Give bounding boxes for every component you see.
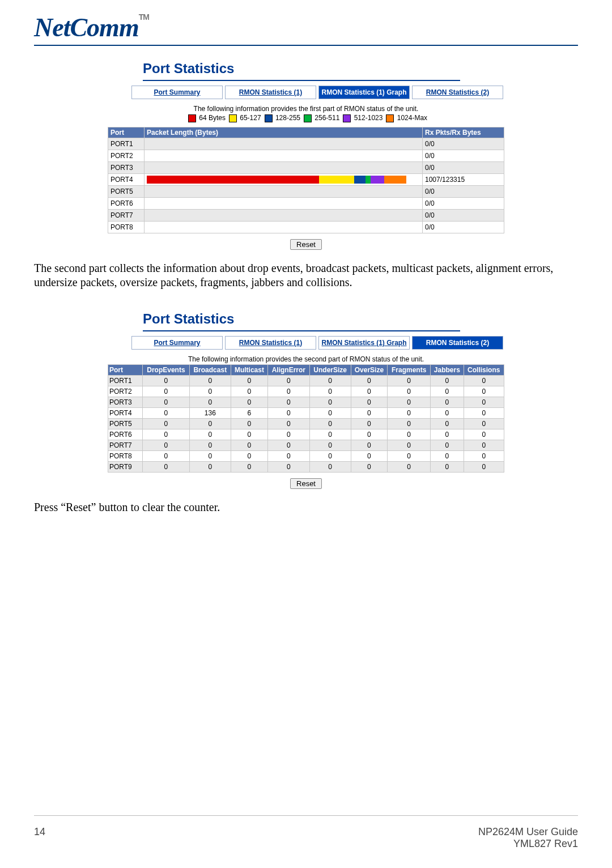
legend-label: 64 Bytes [197, 114, 226, 122]
cell-value: 0 [189, 440, 231, 450]
cell-port: PORT2 [108, 386, 143, 397]
legend-label: 1024-Max [395, 114, 427, 122]
tab-3[interactable]: RMON Statistics (1) Graph [318, 336, 410, 350]
cell-value: 0 [268, 397, 310, 407]
cell-value: 0 [189, 450, 231, 461]
cell-value: 6 [231, 407, 267, 418]
tabs-bar: Port SummaryRMON Statistics (1)RMON Stat… [130, 86, 504, 99]
th-packet-length: Packet Length (Bytes) [144, 127, 423, 138]
tab-1[interactable]: Port Summary [131, 86, 223, 99]
cell-rx: 0/0 [423, 197, 504, 209]
tabs-bar: Port SummaryRMON Statistics (1)RMON Stat… [130, 336, 504, 350]
cell-port: PORT6 [108, 197, 144, 209]
cell-value: 0 [309, 418, 351, 429]
cell-value: 0 [309, 461, 351, 472]
table-row: PORT50/0 [108, 185, 504, 197]
footer-divider [34, 815, 578, 816]
cell-value: 0 [268, 461, 310, 472]
table-row: PORT5000000000 [108, 418, 504, 429]
cell-value: 0 [464, 450, 504, 461]
cell-port: PORT3 [108, 397, 143, 407]
title-divider [143, 80, 460, 81]
cell-value: 0 [464, 418, 504, 429]
cell-value: 0 [309, 429, 351, 440]
cell-port: PORT1 [108, 375, 143, 386]
tab-4[interactable]: RMON Statistics (2) [412, 336, 503, 350]
cell-value: 0 [464, 375, 504, 386]
cell-value: 0 [143, 418, 190, 429]
reset-button[interactable]: Reset [290, 239, 322, 250]
th-port: Port [108, 127, 144, 138]
table-row: PORT9000000000 [108, 461, 504, 472]
cell-rx: 1007/123315 [423, 173, 504, 185]
cell-value: 0 [388, 450, 431, 461]
cell-value: 0 [388, 375, 431, 386]
header-divider [34, 45, 578, 46]
table-row: PORT401366000000 [108, 407, 504, 418]
tab-2[interactable]: RMON Statistics (1) [225, 336, 316, 350]
bar-segment [147, 176, 319, 184]
cell-value: 0 [388, 386, 431, 397]
doc-title: NP2624M User Guide [478, 826, 578, 838]
cell-value: 0 [431, 386, 464, 397]
tab-3[interactable]: RMON Statistics (1) Graph [318, 86, 410, 99]
th-alignerror: AlignError [268, 364, 310, 375]
tab-4[interactable]: RMON Statistics (2) [412, 86, 503, 99]
cell-value: 0 [351, 440, 388, 450]
cell-bar [144, 197, 423, 209]
tab-1[interactable]: Port Summary [131, 336, 223, 350]
cell-port: PORT2 [108, 150, 144, 161]
table-row: PORT80/0 [108, 221, 504, 233]
table-row: PORT10/0 [108, 138, 504, 150]
intro-text: The following information provides the s… [108, 355, 504, 363]
cell-value: 0 [231, 386, 267, 397]
cell-port: PORT7 [108, 209, 144, 221]
cell-value: 0 [189, 397, 231, 407]
body-paragraph-1: The second part collects the information… [34, 261, 578, 290]
table-row: PORT41007/123315 [108, 173, 504, 185]
table-row: PORT8000000000 [108, 450, 504, 461]
cell-port: PORT5 [108, 418, 143, 429]
legend-label: 65-127 [238, 114, 261, 122]
cell-value: 0 [388, 397, 431, 407]
tab-2[interactable]: RMON Statistics (1) [225, 86, 316, 99]
page-title: Port Statistics [108, 310, 504, 330]
cell-value: 136 [189, 407, 231, 418]
body-paragraph-2: Press “Reset” button to clear the counte… [34, 500, 578, 514]
cell-value: 0 [189, 386, 231, 397]
th-collisions: Collisions [464, 364, 504, 375]
chart-legend: 64 Bytes 65-127 128-255 256-511 512-1023… [108, 114, 504, 122]
cell-value: 0 [231, 418, 267, 429]
page-number: 14 [34, 826, 45, 850]
cell-value: 0 [231, 429, 267, 440]
cell-value: 0 [388, 461, 431, 472]
brand-name: NetComm [34, 13, 139, 42]
cell-rx: 0/0 [423, 150, 504, 161]
cell-value: 0 [431, 429, 464, 440]
cell-value: 0 [309, 386, 351, 397]
cell-value: 0 [268, 375, 310, 386]
table-row: PORT60/0 [108, 197, 504, 209]
bar-segment [371, 176, 384, 184]
th-port: Port [108, 364, 143, 375]
cell-bar [144, 173, 423, 185]
legend-label: 128-255 [274, 114, 300, 122]
cell-value: 0 [231, 450, 267, 461]
cell-value: 0 [268, 429, 310, 440]
bar-segment [366, 176, 371, 184]
th-multicast: Multicast [231, 364, 267, 375]
legend-swatch [265, 114, 273, 122]
legend-label: 512-1023 [352, 114, 382, 122]
cell-value: 0 [143, 429, 190, 440]
table-row: PORT3000000000 [108, 397, 504, 407]
cell-bar [144, 138, 423, 150]
doc-revision: YML827 Rev1 [478, 838, 578, 850]
th-dropevents: DropEvents [143, 364, 190, 375]
cell-bar [144, 150, 423, 161]
cell-value: 0 [143, 407, 190, 418]
cell-rx: 0/0 [423, 185, 504, 197]
cell-bar [144, 221, 423, 233]
panel-rmon2: Port Statistics Port SummaryRMON Statist… [108, 310, 504, 489]
reset-button[interactable]: Reset [290, 478, 322, 489]
cell-value: 0 [431, 461, 464, 472]
